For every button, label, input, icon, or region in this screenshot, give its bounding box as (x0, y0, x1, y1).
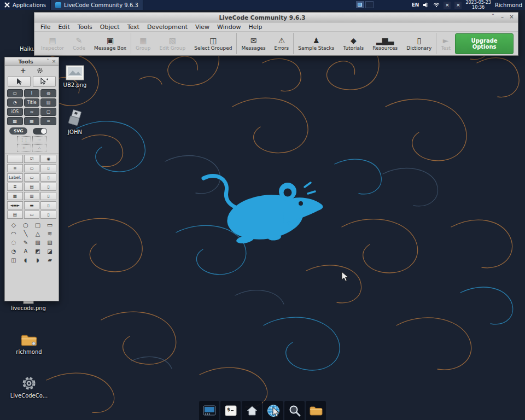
palette-tool-button[interactable]: ▭ (24, 173, 40, 182)
palette-tool-button[interactable]: ◄▬► (7, 201, 23, 209)
paint-tool-button[interactable]: ◔ (8, 247, 19, 255)
volume-icon[interactable] (423, 2, 429, 8)
menu-item[interactable]: Tools (74, 24, 96, 31)
draw-tool-button[interactable]: ≋ (44, 230, 55, 237)
palette-settings-gear-icon[interactable] (37, 67, 43, 74)
palette-tool-button[interactable]: ≡ (7, 164, 23, 172)
browse-tool-button[interactable] (8, 76, 31, 87)
dock-search-icon[interactable] (284, 401, 305, 420)
toolbar-button[interactable]: ▤ Inspector (37, 33, 68, 54)
palette-tool-button[interactable]: ▯ (40, 183, 56, 191)
applications-menu-button[interactable]: Applications (0, 0, 50, 10)
desktop-icon-john-usb[interactable]: JOHN (60, 109, 90, 135)
keyboard-layout-indicator[interactable]: EN (412, 2, 419, 8)
paint-tool-button[interactable]: ▨ (32, 238, 43, 246)
palette-tool-button[interactable]: Title (24, 98, 40, 107)
menu-item[interactable]: Text (124, 24, 143, 31)
panel-clock[interactable]: 2023-05-23 10:36 (465, 0, 491, 10)
palette-shade-button[interactable]: ˆ (45, 59, 51, 64)
palette-tool-button[interactable]: ☑ (24, 155, 40, 163)
pointer-tool-button[interactable] (33, 76, 56, 87)
palette-tool-button[interactable]: ▯ (40, 173, 56, 182)
close-button[interactable]: × (508, 14, 516, 21)
paint-tool-button[interactable]: ◗ (32, 256, 43, 264)
shade-button[interactable]: ˆ (489, 14, 497, 21)
menu-item[interactable]: Object (96, 24, 124, 31)
paint-tool-button[interactable]: ✎ (20, 238, 31, 246)
dock-terminal-icon[interactable]: $ (220, 401, 241, 420)
add-tool-button[interactable]: + (20, 67, 26, 74)
palette-tool-button[interactable]: ∴ (32, 144, 46, 151)
palette-tool-button[interactable]: ≣ (7, 183, 23, 191)
toolbar-button[interactable]: ▂▆▃ Resources (368, 33, 402, 54)
shape-tool-button[interactable]: ▢ (32, 221, 43, 229)
workspace-1[interactable] (356, 1, 364, 8)
dock-window-switcher-icon[interactable] (199, 401, 219, 420)
palette-tool-button[interactable]: ≡ (40, 117, 56, 125)
palette-tool-button[interactable]: ◍ (40, 89, 56, 97)
tools-palette-titlebar[interactable]: Tools ˆ × (5, 57, 59, 66)
palette-tool-button[interactable]: ◔ (7, 98, 23, 107)
palette-tool-button[interactable]: Label: (7, 173, 23, 182)
palette-tool-button[interactable]: ▢ (40, 108, 56, 116)
palette-tool-button[interactable]: ▤ (7, 211, 23, 219)
minimize-button[interactable]: – (498, 14, 506, 21)
upgrade-options-button[interactable]: Upgrade Options (455, 33, 514, 54)
palette-tool-button[interactable]: ▯ (40, 211, 56, 219)
palette-tool-button[interactable]: ▥ (24, 192, 40, 200)
draw-tool-button[interactable]: △ (32, 230, 43, 237)
palette-tool-button[interactable]: ∷ (17, 144, 31, 151)
tray-icon-x2[interactable]: × (454, 2, 462, 9)
menu-item[interactable]: Edit (54, 24, 73, 31)
paint-tool-button[interactable]: ◩ (32, 247, 43, 255)
menu-item[interactable]: View (191, 24, 213, 31)
paint-tool-button[interactable]: ▰ (44, 256, 55, 264)
toolbar-button[interactable]: ♟ Sample Stacks (293, 33, 339, 54)
svg-widget-button[interactable]: SVG (9, 127, 27, 135)
toolbar-button[interactable]: ▦ Group (131, 33, 155, 54)
paint-tool-button[interactable]: ◌ (8, 238, 19, 246)
palette-tool-button[interactable]: ▦ (7, 192, 23, 200)
palette-tool-button[interactable]: ▯ (40, 164, 56, 172)
palette-tool-button[interactable]: ▯ (40, 201, 56, 209)
draw-tool-button[interactable]: ╲ (20, 230, 31, 237)
taskbar-window-button[interactable]: LiveCode Community 9.6.3 (50, 0, 143, 10)
toolbar-button[interactable]: ⚠ Errors (270, 33, 294, 54)
palette-tool-button[interactable]: ▯ (40, 192, 56, 200)
toolbar-button[interactable]: ✎ Code (68, 33, 90, 54)
palette-tool-button[interactable]: ▦ (24, 117, 40, 125)
desktop-icon-livecode-app[interactable]: LiveCodeCo... (10, 375, 48, 399)
palette-tool-button[interactable]: ≈ (24, 108, 40, 116)
workspace-switcher[interactable] (356, 1, 374, 8)
palette-tool-button[interactable]: I (24, 89, 40, 97)
palette-tool-button[interactable]: ▭ (24, 164, 40, 172)
toolbar-button[interactable]: ▯ Dictionary (402, 33, 436, 54)
network-icon[interactable] (433, 2, 440, 8)
palette-tool-button[interactable]: ▭ (7, 89, 23, 97)
paint-tool-button[interactable]: A (20, 247, 31, 255)
workspace-2[interactable] (365, 1, 374, 8)
desktop-icon-richmond[interactable]: richmond (12, 332, 46, 355)
switch-widget-button[interactable] (33, 128, 47, 135)
toolbar-button[interactable]: ◫ Select Grouped (190, 33, 236, 54)
toolbar-button[interactable]: ▧ Edit Group (155, 33, 190, 54)
toolbar-button[interactable]: ◆ Tutorials (339, 33, 368, 54)
palette-tool-button[interactable]: ▤ (40, 98, 56, 107)
toolbar-button[interactable]: ▣ Message Box (90, 33, 131, 54)
draw-tool-button[interactable]: ◠ (8, 230, 19, 237)
palette-tool-button[interactable] (7, 155, 23, 163)
desktop-icon-ub2[interactable]: UB2.png (60, 65, 90, 88)
shape-tool-button[interactable]: ▭ (44, 221, 55, 229)
toolbar-button[interactable]: ✉ Messages (236, 33, 270, 54)
palette-tool-button[interactable]: ▬ (24, 201, 40, 209)
tray-icon-x1[interactable]: × (444, 2, 451, 9)
palette-tool-button[interactable]: ▭ (24, 211, 40, 219)
paint-tool-button[interactable]: ◖ (20, 256, 31, 264)
paint-tool-button[interactable]: ◪ (44, 247, 55, 255)
menu-item[interactable]: Development (143, 24, 191, 31)
toolbar-button[interactable]: ► Test (436, 33, 455, 54)
menu-item[interactable]: File (37, 24, 54, 31)
livecode-titlebar[interactable]: LiveCode Community 9.6.3 ˆ – × (34, 13, 518, 22)
dock-home-icon[interactable] (242, 401, 262, 420)
palette-tool-button[interactable]: iOS (7, 108, 23, 116)
